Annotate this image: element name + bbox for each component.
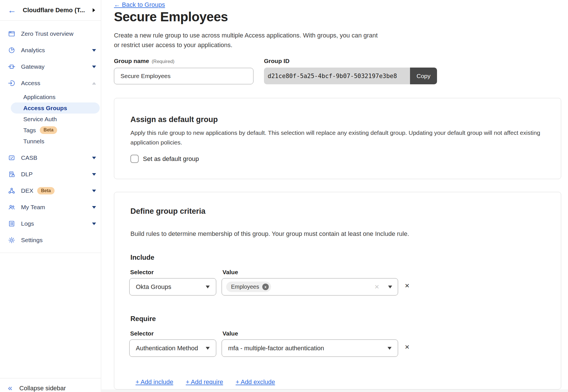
sidebar-item-label: Settings: [21, 237, 43, 244]
include-selector-value: Okta Groups: [136, 283, 202, 291]
dex-icon: [8, 187, 15, 194]
sidebar-item-service-auth[interactable]: Service Auth: [11, 114, 100, 125]
sidebar-item-analytics[interactable]: Analytics: [0, 42, 101, 58]
define-group-criteria-body: Build rules to determine membership of t…: [130, 230, 409, 238]
define-group-criteria-card: Define group criteria Build rules to det…: [114, 192, 561, 389]
sidebar-item-my-team[interactable]: My Team: [0, 199, 101, 215]
require-selector-label: Selector: [130, 330, 154, 337]
page-description-line2: or restrict user access to your applicat…: [114, 41, 232, 49]
sidebar-item-casb[interactable]: CASB: [0, 150, 101, 166]
sidebar: ← Cloudflare Demo (T... Zero Trust overv…: [0, 0, 101, 392]
account-header: ← Cloudflare Demo (T...: [0, 0, 101, 21]
chevron-down-icon: [92, 206, 96, 209]
group-id-label: Group ID: [264, 58, 290, 64]
sidebar-item-dlp[interactable]: DLP: [0, 166, 101, 183]
group-id-value: d21ce80f-5a25-4bcf-9b07-5032197e3be8: [264, 68, 410, 84]
require-selector-dropdown[interactable]: Authentication Method: [129, 339, 216, 357]
sidebar-item-tags[interactable]: TagsBeta: [11, 125, 100, 136]
logs-icon: [8, 220, 15, 227]
account-name[interactable]: Cloudflare Demo (T...: [23, 7, 93, 14]
team-icon: [8, 204, 15, 211]
sidebar-item-access[interactable]: Access: [0, 75, 101, 91]
collapse-sidebar-button[interactable]: « Collapse sidebar: [0, 378, 101, 392]
back-to-groups-link[interactable]: ← Back to Groups: [114, 1, 165, 9]
browser-icon: [8, 30, 15, 37]
set-default-group-row: Set as default group: [130, 155, 199, 163]
back-arrow-icon[interactable]: ←: [8, 6, 16, 14]
sidebar-item-tunnels[interactable]: Tunnels: [11, 136, 100, 147]
sidebar-item-label: Service Auth: [23, 116, 57, 123]
chevron-down-icon: [92, 49, 96, 52]
rule-actions: + Add include + Add require + Add exclud…: [136, 378, 275, 386]
dlp-icon: [8, 171, 15, 178]
sidebar-item-label: Tags: [23, 127, 36, 134]
add-include-link[interactable]: + Add include: [136, 378, 173, 386]
delete-require-rule-icon[interactable]: ✕: [405, 344, 410, 351]
require-value-text: mfa - multiple-factor authentication: [228, 345, 384, 352]
define-group-criteria-title: Define group criteria: [130, 207, 205, 216]
add-require-link[interactable]: + Add require: [186, 378, 223, 386]
sidebar-item-label: Tunnels: [23, 138, 44, 145]
value-chip: Employees x: [226, 282, 271, 292]
page-title: Secure Employees: [114, 9, 228, 24]
chevron-down-icon: [92, 190, 96, 192]
sidebar-item-label: Access: [21, 80, 40, 87]
assign-default-group-body-line2: application policies.: [130, 139, 182, 146]
zero-trust-dashboard: ← Cloudflare Demo (T... Zero Trust overv…: [0, 0, 568, 392]
require-selector-value: Authentication Method: [136, 345, 202, 352]
sidebar-item-label: Access Groups: [23, 105, 67, 112]
sidebar-item-logs[interactable]: Logs: [0, 215, 101, 232]
sidebar-nav: Zero Trust overviewAnalyticsGatewayAcces…: [0, 21, 101, 248]
required-hint: (Required): [152, 59, 174, 64]
sidebar-item-label: DEX: [21, 187, 33, 194]
gear-icon: [8, 236, 15, 244]
clear-values-icon[interactable]: ✕: [374, 284, 379, 290]
require-heading: Require: [130, 315, 156, 323]
sidebar-item-label: Zero Trust overview: [21, 30, 73, 37]
assign-default-group-body-line1: Apply this rule group to new application…: [130, 129, 540, 136]
include-selector-label: Selector: [130, 269, 154, 276]
sidebar-item-label: Applications: [23, 94, 55, 100]
group-name-label: Group name(Required): [114, 58, 174, 64]
chevron-down-icon: [388, 347, 392, 350]
chevron-down-icon: [388, 286, 392, 288]
sidebar-item-zero-trust-overview[interactable]: Zero Trust overview: [0, 26, 101, 42]
sidebar-item-label: My Team: [21, 204, 45, 211]
sidebar-item-settings[interactable]: Settings: [0, 232, 101, 248]
require-value-dropdown[interactable]: mfa - multiple-factor authentication: [222, 339, 398, 357]
assign-default-group-title: Assign as default group: [130, 115, 218, 124]
include-value-multiselect[interactable]: Employees x ✕: [222, 278, 398, 295]
sidebar-item-dex[interactable]: DEXBeta: [0, 183, 101, 199]
include-value-label: Value: [222, 269, 238, 276]
assign-default-group-card: Assign as default group Apply this rule …: [114, 98, 561, 179]
remove-chip-icon[interactable]: x: [262, 284, 269, 290]
set-default-group-checkbox[interactable]: [130, 155, 139, 163]
gateway-icon: [8, 63, 15, 70]
delete-include-rule-icon[interactable]: ✕: [405, 282, 410, 289]
casb-icon: [8, 154, 15, 162]
account-expand-chevron-icon[interactable]: [93, 8, 95, 12]
require-value-label: Value: [222, 330, 238, 337]
value-chip-label: Employees: [231, 284, 259, 290]
chevron-up-icon: [92, 82, 96, 85]
include-selector-dropdown[interactable]: Okta Groups: [129, 278, 216, 295]
add-exclude-link[interactable]: + Add exclude: [236, 378, 275, 386]
sidebar-item-access-groups[interactable]: Access Groups: [11, 102, 100, 114]
chevron-down-icon: [206, 347, 210, 350]
sidebar-item-label: CASB: [21, 154, 37, 161]
collapse-sidebar-label: Collapse sidebar: [19, 385, 66, 392]
sidebar-item-label: Logs: [21, 220, 34, 227]
sidebar-item-gateway[interactable]: Gateway: [0, 58, 101, 75]
group-name-input[interactable]: [114, 68, 253, 84]
beta-badge: Beta: [37, 187, 55, 194]
sidebar-item-label: Gateway: [21, 63, 45, 70]
page-bottom-strip: [101, 389, 568, 392]
beta-badge: Beta: [40, 126, 57, 134]
sidebar-item-label: DLP: [21, 171, 33, 178]
set-default-group-label: Set as default group: [143, 155, 199, 163]
collapse-sidebar-icon: «: [8, 385, 12, 391]
copy-button[interactable]: Copy: [410, 68, 437, 84]
sidebar-divider: [0, 253, 101, 253]
chevron-down-icon: [92, 173, 96, 176]
sidebar-item-applications[interactable]: Applications: [11, 91, 100, 102]
